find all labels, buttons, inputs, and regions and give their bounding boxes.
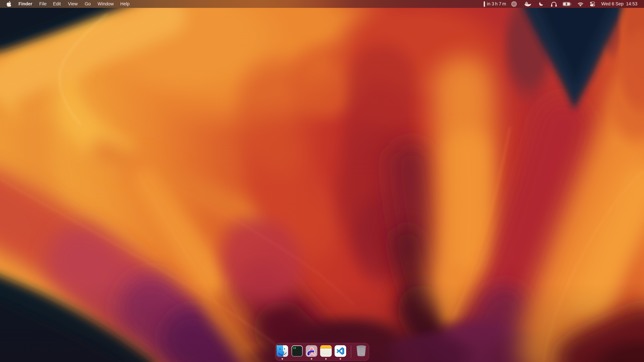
svg-text:$: $: [293, 347, 294, 350]
